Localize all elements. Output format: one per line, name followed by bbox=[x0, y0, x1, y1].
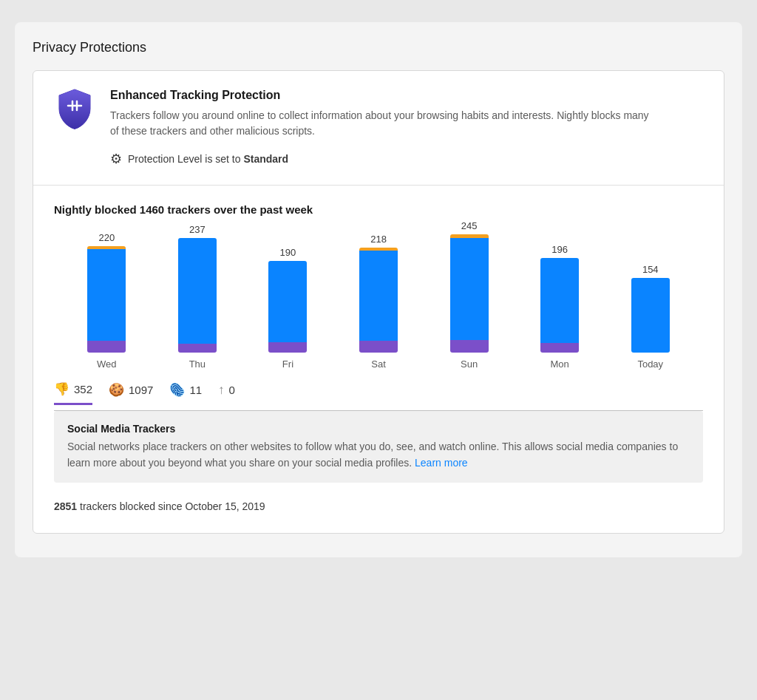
cross-count: 1097 bbox=[129, 384, 153, 396]
bar-group-wed: 220 Wed bbox=[61, 232, 152, 370]
bar-blue bbox=[87, 249, 126, 341]
bar-day-fri: Fri bbox=[282, 359, 293, 370]
page-title: Privacy Protections bbox=[33, 40, 724, 55]
bar-stack-sat bbox=[359, 248, 398, 353]
bar-value-thu: 237 bbox=[189, 224, 206, 235]
bar-value-today: 154 bbox=[642, 264, 659, 275]
chart-title: Nightly blocked 1460 trackers over the p… bbox=[54, 203, 703, 216]
tracker-info-description: Social networks place trackers on other … bbox=[67, 439, 690, 471]
bar-group-today: 154 Today bbox=[605, 264, 696, 370]
bar-day-mon: Mon bbox=[551, 359, 569, 370]
bar-purple bbox=[87, 341, 126, 353]
card-bottom-section: Nightly blocked 1460 trackers over the p… bbox=[33, 186, 724, 533]
cross-icon: 🍪 bbox=[109, 382, 124, 398]
bar-purple bbox=[178, 344, 217, 353]
bar-blue bbox=[450, 238, 489, 340]
fingerprint-count: 11 bbox=[189, 384, 202, 396]
shield-icon bbox=[54, 89, 95, 130]
bar-blue bbox=[178, 238, 217, 344]
bar-blue bbox=[359, 251, 398, 341]
bar-purple bbox=[450, 340, 489, 353]
bar-group-sat: 218 Sat bbox=[333, 234, 424, 370]
bar-purple bbox=[359, 341, 398, 353]
crypto-count: 0 bbox=[229, 384, 235, 396]
bar-day-sat: Sat bbox=[371, 359, 386, 370]
bar-purple bbox=[540, 343, 579, 353]
protection-level-text: Protection Level is set to Standard bbox=[128, 153, 288, 165]
tracking-protection-heading: Enhanced Tracking Protection bbox=[110, 89, 657, 102]
fingerprint-icon: 🫆 bbox=[169, 382, 185, 398]
bar-day-sun: Sun bbox=[461, 359, 478, 370]
learn-more-link[interactable]: Learn more bbox=[415, 457, 468, 469]
bar-day-thu: Thu bbox=[189, 359, 206, 370]
bar-value-sat: 218 bbox=[370, 234, 387, 245]
bar-group-thu: 237 Thu bbox=[152, 224, 243, 370]
gear-icon: ⚙ bbox=[110, 151, 122, 167]
bar-value-sun: 245 bbox=[461, 220, 478, 231]
bar-stack-sun bbox=[450, 234, 489, 353]
bar-blue bbox=[268, 261, 307, 342]
bar-blue bbox=[540, 258, 579, 343]
bar-stack-wed bbox=[87, 246, 126, 353]
bar-value-mon: 196 bbox=[551, 244, 568, 255]
bar-group-sun: 245 Sun bbox=[424, 220, 515, 370]
bar-group-mon: 196 Mon bbox=[515, 244, 605, 370]
social-icon: 👎 bbox=[54, 381, 69, 397]
bar-chart: 220 Wed 237 Thu 190 Fri 218 Sat bbox=[54, 237, 703, 370]
bar-group-fri: 190 Fri bbox=[242, 247, 333, 370]
enhanced-tracking-card: Enhanced Tracking Protection Trackers fo… bbox=[33, 70, 724, 534]
social-count: 352 bbox=[74, 383, 92, 395]
tracker-info-heading: Social Media Trackers bbox=[67, 423, 690, 435]
bar-stack-thu bbox=[178, 238, 217, 353]
bar-blue bbox=[631, 278, 670, 353]
legend-item-crypto[interactable]: ↑ 0 bbox=[218, 383, 235, 404]
bar-day-today: Today bbox=[637, 359, 663, 370]
bar-day-wed: Wed bbox=[97, 359, 117, 370]
legend-item-fingerprint[interactable]: 🫆 11 bbox=[169, 382, 202, 404]
legend-row: 👎 352 🍪 1097 🫆 11 ↑ 0 bbox=[54, 381, 703, 410]
protection-level-row: ⚙ Protection Level is set to Standard bbox=[110, 151, 657, 167]
bar-stack-fri bbox=[268, 261, 307, 353]
tracking-protection-content: Enhanced Tracking Protection Trackers fo… bbox=[110, 89, 657, 167]
bar-stack-today bbox=[631, 278, 670, 353]
tracking-protection-description: Trackers follow you around online to col… bbox=[110, 108, 657, 139]
legend-item-social[interactable]: 👎 352 bbox=[54, 381, 92, 405]
card-top-section: Enhanced Tracking Protection Trackers fo… bbox=[33, 71, 724, 185]
tracker-info-box: Social Media Trackers Social networks pl… bbox=[54, 411, 703, 483]
page-container: Privacy Protections Enhanced Trac bbox=[15, 22, 742, 557]
legend-item-cross[interactable]: 🍪 1097 bbox=[109, 382, 153, 404]
legend-section: 👎 352 🍪 1097 🫆 11 ↑ 0 bbox=[54, 381, 703, 411]
total-blocked: 2851 trackers blocked since October 15, … bbox=[54, 500, 703, 512]
bar-value-wed: 220 bbox=[98, 232, 115, 243]
crypto-icon: ↑ bbox=[218, 383, 225, 398]
bar-value-fri: 190 bbox=[280, 247, 296, 258]
bar-stack-mon bbox=[540, 258, 579, 353]
bar-purple bbox=[268, 342, 307, 353]
